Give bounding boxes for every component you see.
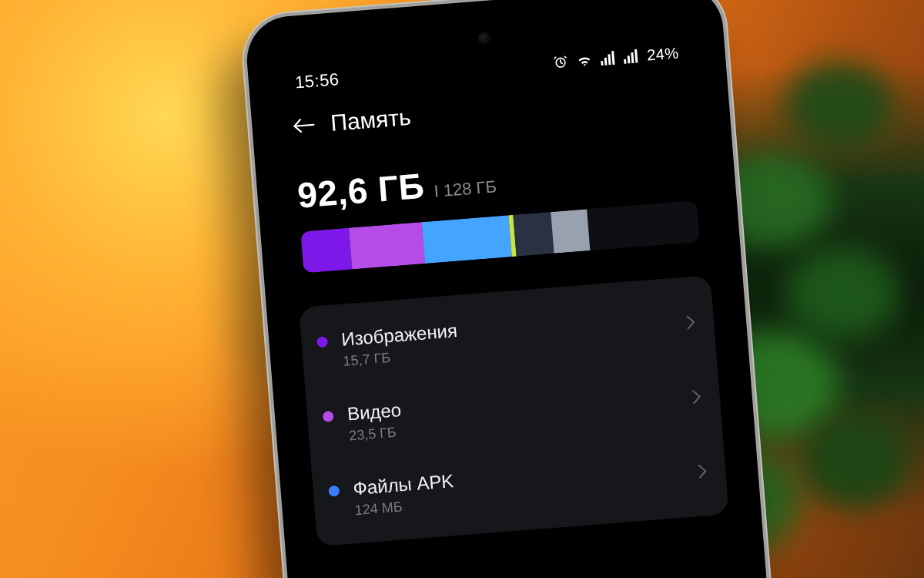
bg-leaf [801, 416, 909, 509]
photo-background: 15:56 [0, 0, 924, 578]
svg-rect-3 [608, 54, 611, 65]
battery-percent: 24% [646, 44, 679, 64]
back-button[interactable] [292, 116, 316, 136]
category-card: Изображения15,7 ГБВидео23,5 ГБФайлы APK1… [299, 275, 729, 546]
phone-screen: 15:56 [256, 0, 775, 578]
chevron-right-icon [697, 463, 708, 479]
category-dot-icon [323, 411, 334, 422]
svg-line-9 [295, 125, 314, 126]
wifi-icon [576, 52, 594, 69]
category-dot-icon [316, 336, 328, 348]
bg-leaf [785, 247, 901, 339]
svg-rect-1 [601, 61, 604, 66]
svg-rect-7 [631, 52, 634, 63]
storage-bar-segment [551, 209, 591, 254]
bg-leaf [785, 62, 893, 146]
storage-bar-segment [349, 222, 425, 269]
svg-rect-5 [624, 59, 626, 64]
svg-rect-8 [634, 49, 638, 63]
phone-body: 15:56 [239, 0, 791, 578]
svg-rect-2 [604, 58, 608, 66]
storage-total: І 128 ГБ [434, 176, 497, 201]
clock: 15:56 [294, 69, 340, 92]
category-dot-icon [328, 486, 340, 497]
category-text: Изображения15,7 ГБ [340, 303, 674, 370]
svg-rect-4 [612, 51, 615, 65]
category-text: Видео23,5 ГБ [346, 378, 680, 445]
signal-icon [601, 51, 617, 66]
alarm-icon [553, 54, 570, 71]
signal-icon-2 [624, 49, 640, 64]
chevron-right-icon [691, 388, 702, 405]
storage-used: 92,6 ГБ [296, 165, 426, 217]
svg-rect-6 [628, 55, 631, 63]
category-text: Файлы APK124 МБ [353, 452, 686, 519]
phone-bezel: 15:56 [243, 0, 785, 578]
chevron-right-icon [685, 314, 696, 330]
storage-bar-segment [422, 215, 512, 264]
front-camera [477, 31, 492, 45]
storage-bar-segment [514, 212, 554, 257]
storage-bar-segment [300, 228, 352, 274]
page-title: Память [330, 104, 412, 136]
